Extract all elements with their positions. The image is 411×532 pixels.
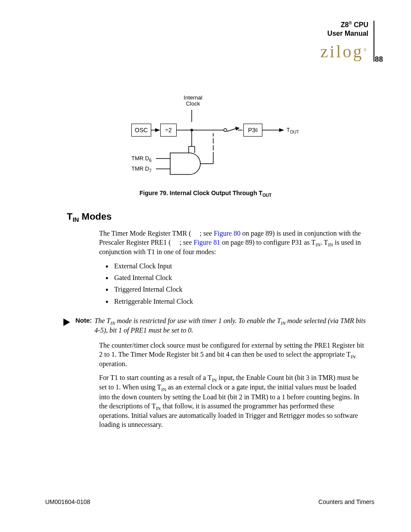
product-name: Z8 (341, 21, 349, 28)
footer-chapter: Counters and Timers (318, 498, 374, 505)
reg-mark: ® (349, 21, 352, 25)
footer-doc-id: UM001604-0108 (45, 498, 90, 505)
link-figure-80[interactable]: Figure 80 (214, 230, 240, 237)
figure-caption: Figure 79. Internal Clock Output Through… (0, 190, 411, 198)
cpu-text: CPU (352, 21, 368, 28)
logo-reg: ® (363, 47, 368, 52)
body-content: The Timer Mode Register TMR ( ; see Figu… (99, 229, 366, 311)
subtitle: User Manual (327, 30, 368, 37)
para-3: For T1 to start counting as a result of … (99, 373, 366, 429)
note-label: Note: (75, 317, 92, 324)
page-number: 88 (375, 55, 383, 64)
header-divider (374, 21, 374, 62)
note-arrow-icon (62, 317, 72, 327)
para-2: The counter/timer clock source must be c… (99, 341, 366, 369)
list-item: Gated Internal Clock (106, 272, 366, 283)
section-heading-tin-modes: TIN Modes (67, 211, 112, 223)
diagram-wires (125, 97, 314, 183)
list-item: Retriggerable Internal Clock (106, 296, 366, 307)
list-item: External Clock Input (106, 260, 366, 272)
page-header: Z8® CPU User Manual zilog® (320, 21, 374, 62)
note-text: The TIN mode is restricted for use with … (94, 317, 366, 335)
link-figure-81[interactable]: Figure 81 (194, 239, 221, 246)
logo-block: zilog® (320, 38, 374, 60)
modes-list: External Clock Input Gated Internal Cloc… (106, 260, 366, 307)
zilog-logo: zilog® (320, 43, 368, 60)
list-item: Triggered Internal Clock (106, 283, 366, 295)
note-block: Note: The TIN mode is restricted for use… (62, 317, 366, 335)
internal-clock-diagram: Internal Clock OSC ÷2 P36 TOUT TMR D6 TM… (125, 97, 314, 183)
para-1: The Timer Mode Register TMR ( ; see Figu… (99, 229, 366, 257)
header-title: Z8® CPU User Manual (327, 21, 374, 38)
svg-point-4 (224, 129, 227, 132)
